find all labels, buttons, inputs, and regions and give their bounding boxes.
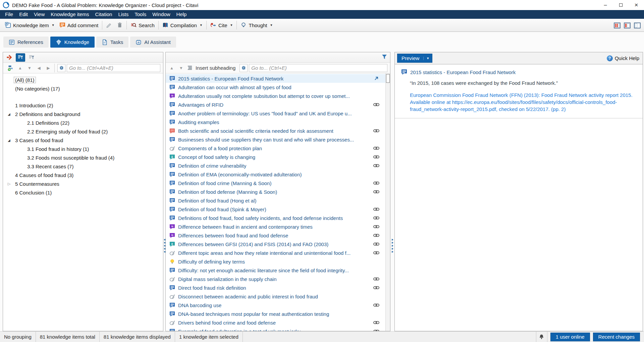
link-icon[interactable]: [373, 276, 379, 282]
layout-two-columns-button[interactable]: [624, 22, 631, 29]
menu-item[interactable]: Edit: [16, 10, 31, 19]
link-icon[interactable]: [373, 241, 379, 247]
insert-subheading-icon[interactable]: [187, 65, 193, 71]
thought-button[interactable]: Thought ▼: [238, 20, 275, 30]
layout-one-column-button[interactable]: [634, 22, 641, 29]
link-icon[interactable]: [373, 206, 379, 212]
knowledge-item-row[interactable]: Concept of food safety is changing: [166, 153, 385, 161]
new-category-button[interactable]: [6, 64, 15, 72]
link-icon[interactable]: [373, 302, 379, 308]
menu-item[interactable]: View: [31, 10, 48, 19]
knowledge-item-row[interactable]: Definition of food fraud (Spink & Moyer): [166, 205, 385, 214]
move-up-button[interactable]: ▲: [15, 66, 25, 70]
knowledge-item-row[interactable]: 2015 statistics - European Food Fraud Ne…: [166, 74, 385, 83]
knowledge-item-row[interactable]: Differences between GFSI (2014) and FSIS…: [166, 240, 385, 248]
delete-button[interactable]: [114, 20, 125, 30]
insert-subheading-label[interactable]: Insert subheading: [196, 65, 235, 71]
link-icon[interactable]: [373, 102, 379, 108]
knowledge-item-row[interactable]: Definitions of food fraud, food safety i…: [166, 214, 385, 222]
show-in-reference-editor-button[interactable]: [5, 53, 14, 62]
knowledge-item-row[interactable]: Advantages of RFID: [166, 100, 385, 109]
category-row[interactable]: 2.1 Definitions (22): [3, 118, 163, 127]
link-icon[interactable]: [373, 128, 379, 134]
link-icon[interactable]: [373, 163, 379, 169]
knowledge-item-row[interactable]: Both scientific and social scientific cr…: [166, 126, 385, 135]
move-item-down-button[interactable]: ▼: [176, 66, 186, 70]
link-icon[interactable]: [373, 145, 379, 151]
knowledge-item-row[interactable]: Definition of food fraud (Hong et al): [166, 196, 385, 205]
status-button[interactable]: 1 user online: [550, 333, 590, 341]
layout-three-columns-button[interactable]: [614, 22, 621, 29]
category-row[interactable]: 4 Causes of food fraud (3): [3, 171, 163, 179]
category-row[interactable]: 1 Introduction (2): [3, 101, 163, 110]
preview-button[interactable]: Preview ▼: [397, 54, 432, 63]
tree-expander-icon[interactable]: ◢: [8, 138, 15, 142]
compilation-button[interactable]: Compilation ▼: [160, 20, 205, 30]
knowledge-item-row[interactable]: Definition of food defense (Manning & So…: [166, 187, 385, 196]
filter-icon[interactable]: [381, 54, 387, 60]
knowledge-item-row[interactable]: Definition of crime vulnerability: [166, 161, 385, 170]
link-icon[interactable]: [373, 215, 379, 221]
tab-tasks[interactable]: Tasks: [96, 37, 128, 48]
knowledge-item-row[interactable]: DNA barcoding use: [166, 301, 385, 309]
knowledge-item-row[interactable]: Direct food fraud risk definition: [166, 283, 385, 292]
category-options-button[interactable]: [57, 64, 65, 72]
menu-item[interactable]: Window: [149, 10, 173, 19]
tree-expander-icon[interactable]: ◢: [8, 112, 15, 116]
knowledge-item-button[interactable]: Knowledge item ▼: [3, 20, 57, 30]
link-icon[interactable]: [373, 250, 379, 256]
link-icon[interactable]: [373, 224, 379, 230]
category-row[interactable]: ▷ 5 Countermeasures: [3, 179, 163, 188]
knowledge-goto-input[interactable]: [249, 64, 387, 72]
knowledge-item-row[interactable]: Example of food adulteration in a test o…: [166, 327, 385, 331]
menu-item[interactable]: Lists: [115, 10, 131, 19]
knowledge-item-row[interactable]: Differences between food fraud and food …: [166, 231, 385, 240]
link-icon[interactable]: [373, 320, 379, 326]
knowledge-item-row[interactable]: Components of a food protection plan: [166, 144, 385, 153]
knowledge-item-row[interactable]: Adulteration usually not complete subsit…: [166, 92, 385, 100]
close-button[interactable]: ×: [629, 0, 644, 10]
menu-item[interactable]: Knowledge items: [48, 10, 92, 19]
menu-item[interactable]: Citation: [92, 10, 115, 19]
tab-references[interactable]: References: [3, 37, 49, 48]
knowledge-item-row[interactable]: Different topic areas and how they relat…: [166, 248, 385, 257]
scrollbar-thumb[interactable]: [386, 74, 390, 83]
menu-item[interactable]: Help: [173, 10, 190, 19]
category-row[interactable]: 3.1 Food fraud in history (1): [3, 145, 163, 153]
knowledge-item-row[interactable]: Drivers behind food crime and food defen…: [166, 318, 385, 327]
link-icon[interactable]: [373, 232, 379, 238]
category-row[interactable]: 3.2 Foods most susceptible to fraud (4): [3, 153, 163, 162]
knowledge-view-toggle-button[interactable]: [16, 53, 25, 62]
link-icon[interactable]: [373, 285, 379, 291]
status-button[interactable]: Recent changes: [593, 333, 640, 341]
knowledge-item-row[interactable]: Difficulty: not yet enough academic lite…: [166, 266, 385, 275]
knowledge-item-row[interactable]: Difficulty of defining key terms: [166, 257, 385, 266]
move-down-button[interactable]: ▼: [25, 66, 34, 70]
open-source-icon[interactable]: [373, 75, 379, 81]
add-comment-button[interactable]: Add comment: [57, 20, 101, 30]
move-left-button[interactable]: ◀: [34, 66, 44, 70]
knowledge-item-row[interactable]: Auditing examples: [166, 118, 385, 126]
edit-button[interactable]: [104, 20, 114, 30]
category-row[interactable]: 2.2 Emerging study of food fraud (2): [3, 127, 163, 136]
move-right-button[interactable]: ▶: [44, 66, 53, 70]
knowledge-item-row[interactable]: Adulteration can occur with almost all t…: [166, 83, 385, 92]
knowledge-item-row[interactable]: Difference between fraud in ancient and …: [166, 222, 385, 231]
category-row[interactable]: ◢ 3 Cases of food fraud: [3, 136, 163, 145]
cite-button[interactable]: Cite ▼: [208, 20, 235, 30]
category-row[interactable]: 6 Conclusion (1): [3, 188, 163, 197]
menu-item[interactable]: File: [2, 10, 16, 19]
knowledge-item-row[interactable]: DNA-based techniques most popular for me…: [166, 309, 385, 318]
knowledge-item-row[interactable]: Definition of food crime (Manning & Soon…: [166, 179, 385, 187]
link-icon[interactable]: [373, 180, 379, 186]
knowledge-item-row[interactable]: Disconnect between academic and public i…: [166, 292, 385, 301]
tab-knowledge[interactable]: Knowledge: [50, 37, 95, 48]
filter-view-toggle-button[interactable]: [27, 53, 36, 62]
menu-item[interactable]: Tools: [131, 10, 149, 19]
tree-expander-icon[interactable]: ▷: [8, 182, 15, 186]
vertical-scrollbar[interactable]: [385, 73, 390, 331]
maximize-button[interactable]: [613, 0, 629, 10]
knowledge-item-row[interactable]: Another problem of terminology: US uses …: [166, 109, 385, 118]
category-list-item[interactable]: (No categories) (17): [3, 84, 163, 93]
category-row[interactable]: 3.3 Recent cases (7): [3, 162, 163, 171]
